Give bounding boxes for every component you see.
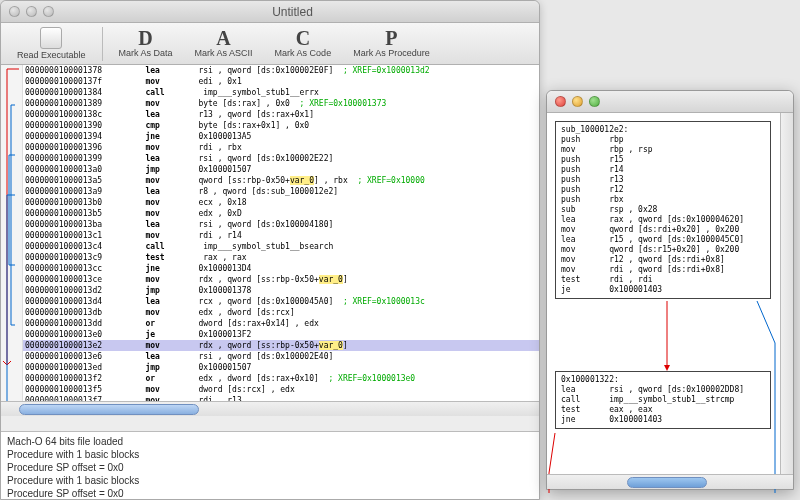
- disasm-row[interactable]: 00000001000013d4 lea rcx , qword [ds:0x1…: [23, 296, 539, 307]
- log-line: Mach-O 64 bits file loaded: [7, 435, 533, 448]
- log-line: Procedure SP offset = 0x0: [7, 461, 533, 474]
- zoom-icon[interactable]: [43, 6, 54, 17]
- graph-window: sub_1000012e2: push rbp mov rbp , rsp pu…: [546, 90, 794, 490]
- toolbar-separator: [102, 27, 103, 61]
- graph-canvas[interactable]: sub_1000012e2: push rbp mov rbp , rsp pu…: [547, 113, 780, 474]
- mark-as-procedure-button[interactable]: P Mark As Procedure: [347, 27, 436, 60]
- disasm-row[interactable]: 00000001000013e6 lea rsi , qword [ds:0x1…: [23, 351, 539, 362]
- disasm-row[interactable]: 00000001000013cc jne 0x1000013D4: [23, 263, 539, 274]
- disasm-row[interactable]: 0000000100001394 jne 0x1000013A5: [23, 131, 539, 142]
- disasm-row[interactable]: 00000001000013e0 je 0x1000013F2: [23, 329, 539, 340]
- disasm-row[interactable]: 00000001000013dd or dword [ds:rax+0x14] …: [23, 318, 539, 329]
- disasm-row[interactable]: 0000000100001389 mov byte [ds:rax] , 0x0…: [23, 98, 539, 109]
- main-window: Untitled Read Executable D Mark As Data …: [0, 0, 540, 500]
- disasm-row[interactable]: 000000010000137f mov edi , 0x1: [23, 76, 539, 87]
- graph-node-2[interactable]: 0x100001322: lea rsi , qword [ds:0x10000…: [555, 371, 771, 429]
- disasm-row[interactable]: 0000000100001384 call imp___symbol_stub1…: [23, 87, 539, 98]
- graph-node-1[interactable]: sub_1000012e2: push rbp mov rbp , rsp pu…: [555, 121, 771, 299]
- disasm-row[interactable]: 00000001000013a5 mov qword [ss:rbp-0x50+…: [23, 175, 539, 186]
- toolbar: Read Executable D Mark As Data A Mark As…: [1, 23, 539, 65]
- read-executable-button[interactable]: Read Executable: [11, 25, 92, 62]
- log-line: Procedure SP offset = 0x0: [7, 487, 533, 500]
- document-icon: [40, 27, 62, 49]
- disasm-row[interactable]: 0000000100001396 mov rdi , rbx: [23, 142, 539, 153]
- mark-as-code-button[interactable]: C Mark As Code: [269, 27, 338, 60]
- zoom-icon[interactable]: [589, 96, 600, 107]
- mark-as-data-button[interactable]: D Mark As Data: [113, 27, 179, 60]
- main-titlebar[interactable]: Untitled: [1, 1, 539, 23]
- code-listing[interactable]: 0000000100001378 lea rsi , qword [ds:0x1…: [23, 65, 539, 416]
- mark-as-ascii-button[interactable]: A Mark As ASCII: [189, 27, 259, 60]
- disasm-row[interactable]: 000000010000138c lea r13 , qword [ds:rax…: [23, 109, 539, 120]
- h-scroll-thumb[interactable]: [19, 404, 199, 415]
- close-icon[interactable]: [9, 6, 20, 17]
- disassembly-view[interactable]: 0000000100001378 lea rsi , qword [ds:0x1…: [1, 65, 539, 416]
- disasm-row[interactable]: 00000001000013c9 test rax , rax: [23, 252, 539, 263]
- graph-titlebar[interactable]: [547, 91, 793, 113]
- minimize-icon[interactable]: [572, 96, 583, 107]
- disasm-row[interactable]: 00000001000013b0 mov ecx , 0x18: [23, 197, 539, 208]
- log-line: Procedure with 1 basic blocks: [7, 448, 533, 461]
- h-scrollbar[interactable]: [1, 401, 539, 416]
- disasm-row[interactable]: 00000001000013b5 mov edx , 0xD: [23, 208, 539, 219]
- log-line: Procedure with 1 basic blocks: [7, 474, 533, 487]
- window-title: Untitled: [54, 5, 531, 19]
- disasm-row[interactable]: 00000001000013a0 jmp 0x100001507: [23, 164, 539, 175]
- h-scroll-thumb[interactable]: [627, 477, 707, 488]
- disasm-row[interactable]: 00000001000013ce mov rdx , qword [ss:rbp…: [23, 274, 539, 285]
- disasm-row[interactable]: 00000001000013c1 mov rdi , r14: [23, 230, 539, 241]
- disasm-row[interactable]: 0000000100001390 cmp byte [ds:rax+0x1] ,…: [23, 120, 539, 131]
- close-icon[interactable]: [555, 96, 566, 107]
- arrow-gutter: [1, 65, 23, 416]
- log-panel: Mach-O 64 bits file loadedProcedure with…: [1, 431, 539, 499]
- v-scrollbar[interactable]: [780, 113, 793, 474]
- disasm-row[interactable]: 0000000100001399 lea rsi , qword [ds:0x1…: [23, 153, 539, 164]
- disasm-row[interactable]: 00000001000013f5 mov dword [ds:rcx] , ed…: [23, 384, 539, 395]
- disasm-row[interactable]: 00000001000013d2 jmp 0x100001378: [23, 285, 539, 296]
- disasm-row[interactable]: 0000000100001378 lea rsi , qword [ds:0x1…: [23, 65, 539, 76]
- disasm-row[interactable]: 00000001000013ba lea rsi , qword [ds:0x1…: [23, 219, 539, 230]
- disasm-row[interactable]: 00000001000013f2 or edx , dword [ds:rax+…: [23, 373, 539, 384]
- disasm-row[interactable]: 00000001000013a9 lea r8 , qword [ds:sub_…: [23, 186, 539, 197]
- disasm-row[interactable]: 00000001000013c4 call imp___symbol_stub1…: [23, 241, 539, 252]
- disasm-row[interactable]: 00000001000013ed jmp 0x100001507: [23, 362, 539, 373]
- h-scrollbar[interactable]: [547, 474, 793, 489]
- minimize-icon[interactable]: [26, 6, 37, 17]
- disasm-row[interactable]: 00000001000013e2 mov rdx , qword [ss:rbp…: [23, 340, 539, 351]
- disasm-row[interactable]: 00000001000013db mov edx , dword [ds:rcx…: [23, 307, 539, 318]
